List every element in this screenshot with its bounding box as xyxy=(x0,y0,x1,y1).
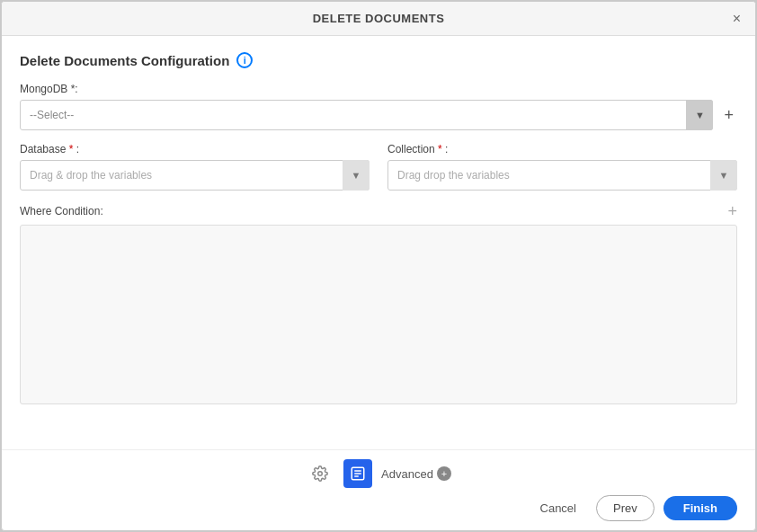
database-dropdown-arrow[interactable]: ▼ xyxy=(343,160,370,191)
info-icon[interactable]: i xyxy=(236,52,253,68)
advanced-plus-icon: + xyxy=(437,466,451,481)
where-textarea[interactable] xyxy=(20,225,737,404)
collection-label: Collection * : xyxy=(387,143,737,155)
database-label: Database * : xyxy=(20,143,370,155)
where-header: Where Condition: + xyxy=(20,203,737,219)
database-field-row: Database * : ▼ xyxy=(20,143,370,191)
advanced-label[interactable]: Advanced + xyxy=(381,466,451,481)
modal-footer: Advanced + Cancel Prev Finish xyxy=(2,449,755,530)
svg-point-0 xyxy=(318,472,323,476)
modal-titlebar: DELETE DOCUMENTS × xyxy=(2,2,755,36)
collection-field-row: Collection * : ▼ xyxy=(387,143,737,191)
finish-button[interactable]: Finish xyxy=(663,496,737,520)
mongodb-add-button[interactable]: + xyxy=(720,106,737,125)
database-input-wrapper: ▼ xyxy=(20,160,370,191)
modal-body: Delete Documents Configuration i MongoDB… xyxy=(2,36,755,449)
footer-actions: Cancel Prev Finish xyxy=(20,495,737,521)
footer-tools: Advanced + xyxy=(20,459,737,488)
list-icon[interactable] xyxy=(343,459,372,488)
modal-title: DELETE DOCUMENTS xyxy=(313,12,445,25)
close-button[interactable]: × xyxy=(729,10,744,28)
mongodb-row: --Select-- ▼ + xyxy=(20,100,737,130)
prev-button[interactable]: Prev xyxy=(596,495,655,521)
where-condition-section: Where Condition: + xyxy=(20,203,737,408)
mongodb-label: MongoDB *: xyxy=(20,83,737,95)
mongodb-select-wrapper: --Select-- ▼ xyxy=(20,100,713,130)
collection-input-wrapper: ▼ xyxy=(387,160,737,191)
database-input[interactable] xyxy=(20,160,370,191)
where-label: Where Condition: xyxy=(20,205,103,217)
modal: DELETE DOCUMENTS × ‹ App Data Delete Doc… xyxy=(1,1,756,531)
mongodb-field-row: MongoDB *: --Select-- ▼ + xyxy=(20,83,737,130)
collection-dropdown-arrow[interactable]: ▼ xyxy=(710,160,737,191)
mongodb-select[interactable]: --Select-- xyxy=(20,100,713,130)
collection-input[interactable] xyxy=(387,160,737,191)
section-heading: Delete Documents Configuration i xyxy=(20,52,737,68)
where-add-button[interactable]: + xyxy=(727,203,737,219)
cancel-button[interactable]: Cancel xyxy=(530,496,587,520)
settings-icon[interactable] xyxy=(306,459,334,488)
modal-overlay: DELETE DOCUMENTS × ‹ App Data Delete Doc… xyxy=(0,0,757,532)
db-collection-row: Database * : ▼ Collection * : xyxy=(20,143,737,191)
